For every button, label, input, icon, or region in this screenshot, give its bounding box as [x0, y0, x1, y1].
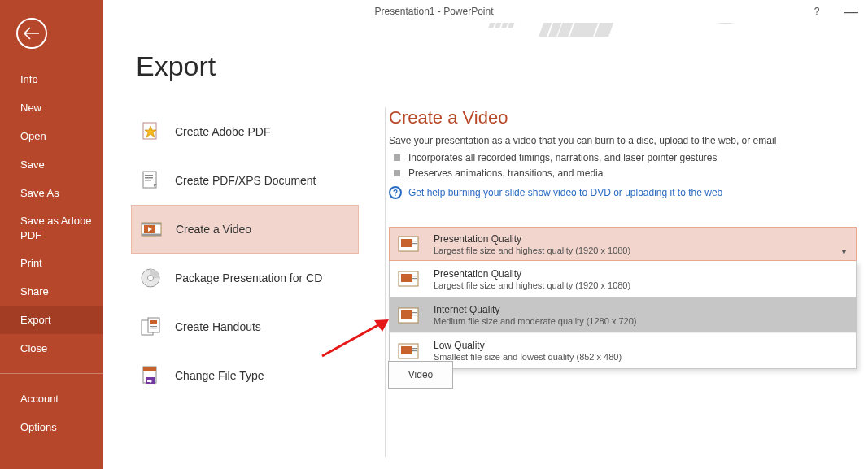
export-option-label: Package Presentation for CD — [175, 271, 322, 284]
export-options-list: Create Adobe PDF Create PDF/XPS Document… — [131, 107, 359, 400]
sidebar-item-label: Options — [20, 421, 57, 433]
detail-bullet: Incorporates all recorded timings, narra… — [394, 151, 860, 163]
quality-icon — [398, 271, 419, 287]
sidebar-item-share[interactable]: Share — [0, 277, 103, 306]
sidebar-item-close[interactable]: Close — [0, 334, 103, 363]
quality-icon — [398, 236, 419, 252]
sidebar-item-export[interactable]: Export — [0, 306, 103, 334]
export-option-label: Create PDF/XPS Document — [175, 174, 316, 187]
option-sublabel: Medium file size and moderate quality (1… — [434, 316, 848, 326]
create-video-button[interactable]: Video — [388, 361, 453, 389]
sidebar-item-open[interactable]: Open — [0, 122, 103, 150]
option-label: Low Quality — [434, 340, 848, 351]
sidebar-item-info[interactable]: Info — [0, 65, 103, 93]
svg-rect-14 — [148, 318, 159, 332]
video-quality-dropdown[interactable]: Presentation Quality Largest file size a… — [389, 227, 857, 369]
bullet-icon — [394, 154, 400, 161]
sidebar-item-label: Save as Adobe PDF — [20, 215, 91, 241]
svg-rect-19 — [143, 367, 156, 371]
sidebar-item-label: Info — [20, 73, 38, 85]
dropdown-label: Presentation Quality — [434, 233, 848, 245]
svg-rect-15 — [150, 320, 157, 324]
sidebar-item-account[interactable]: Account — [0, 384, 103, 413]
detail-description: Save your presentation as a video that y… — [389, 135, 860, 146]
sidebar-item-label: Close — [20, 342, 47, 354]
quality-icon — [398, 343, 419, 359]
page-title: Export — [136, 50, 868, 82]
quality-option-presentation[interactable]: Presentation Quality Largest file size a… — [390, 261, 856, 297]
sidebar-item-save-adobe-pdf[interactable]: Save as Adobe PDF — [0, 207, 103, 249]
option-sublabel: Largest file size and highest quality (1… — [434, 280, 848, 290]
quality-option-low[interactable]: Low Quality Smallest file size and lowes… — [390, 332, 856, 368]
sidebar-divider — [0, 373, 103, 374]
change-file-type-icon — [139, 364, 162, 387]
sidebar-item-label: Share — [20, 285, 49, 297]
chevron-down-icon: ▼ — [840, 248, 848, 256]
svg-rect-23 — [412, 241, 417, 241]
svg-rect-16 — [150, 326, 157, 327]
sidebar-item-label: Save As — [20, 187, 59, 199]
detail-title: Create a Video — [389, 107, 860, 128]
svg-rect-34 — [401, 346, 412, 354]
handouts-icon — [139, 315, 162, 338]
sidebar-item-label: Open — [20, 130, 46, 142]
quality-option-internet[interactable]: Internet Quality Medium file size and mo… — [390, 297, 856, 332]
back-button[interactable] — [16, 18, 47, 49]
quality-dropdown-list: Presentation Quality Largest file size a… — [389, 261, 857, 369]
option-label: Internet Quality — [434, 304, 848, 315]
backstage-sidebar: Info New Open Save Save As Save as Adobe… — [0, 0, 103, 469]
sidebar-item-new[interactable]: New — [0, 93, 103, 122]
bullet-icon — [394, 170, 400, 176]
sidebar-item-label: Save — [20, 159, 45, 171]
adobe-pdf-icon — [139, 120, 162, 143]
export-option-label: Create Adobe PDF — [175, 125, 271, 138]
option-sublabel: Smallest file size and lowest quality (8… — [434, 352, 848, 362]
dropdown-sublabel: Largest file size and highest quality (1… — [434, 245, 848, 255]
svg-rect-17 — [150, 328, 157, 328]
sidebar-item-print[interactable]: Print — [0, 249, 103, 277]
export-option-create-video[interactable]: Create a Video — [131, 205, 359, 254]
svg-rect-35 — [412, 348, 417, 349]
sidebar-item-save-as[interactable]: Save As — [0, 179, 103, 207]
export-option-label: Create a Video — [176, 223, 251, 236]
svg-rect-36 — [412, 350, 417, 351]
svg-rect-24 — [412, 243, 417, 244]
help-info-icon: ? — [389, 186, 402, 199]
button-label: Video — [408, 369, 433, 380]
export-option-label: Create Handouts — [175, 320, 261, 333]
disc-icon — [139, 267, 162, 289]
document-icon — [139, 169, 162, 192]
svg-rect-9 — [142, 223, 161, 225]
svg-rect-5 — [145, 180, 151, 181]
sidebar-item-label: Account — [20, 393, 59, 405]
export-detail-panel: Create a Video Save your presentation as… — [385, 107, 860, 457]
help-link[interactable]: Get help burning your slide show video t… — [408, 187, 722, 198]
export-option-change-file-type[interactable]: Change File Type — [131, 351, 359, 400]
dropdown-selected[interactable]: Presentation Quality Largest file size a… — [389, 227, 857, 261]
svg-rect-10 — [142, 234, 161, 237]
sidebar-item-label: New — [20, 102, 41, 114]
svg-rect-32 — [412, 315, 417, 315]
quality-icon — [398, 307, 419, 324]
arrow-left-icon — [24, 27, 40, 40]
svg-rect-28 — [412, 278, 417, 279]
option-label: Presentation Quality — [434, 268, 848, 280]
video-icon — [140, 218, 163, 241]
svg-rect-30 — [401, 310, 412, 319]
svg-rect-4 — [145, 177, 153, 179]
svg-rect-27 — [412, 276, 417, 276]
export-option-adobe-pdf[interactable]: Create Adobe PDF — [131, 107, 359, 156]
svg-point-12 — [148, 276, 154, 281]
svg-rect-3 — [145, 175, 153, 176]
svg-rect-26 — [401, 274, 412, 282]
sidebar-item-options[interactable]: Options — [0, 413, 103, 441]
svg-rect-22 — [401, 239, 412, 247]
bullet-text: Preserves animations, transitions, and m… — [408, 167, 603, 179]
export-option-pdf-xps[interactable]: Create PDF/XPS Document — [131, 156, 359, 205]
export-option-package-cd[interactable]: Package Presentation for CD — [131, 254, 359, 302]
detail-bullet: Preserves animations, transitions, and m… — [394, 167, 860, 179]
sidebar-item-save[interactable]: Save — [0, 150, 103, 179]
sidebar-item-label: Print — [20, 257, 42, 269]
bullet-text: Incorporates all recorded timings, narra… — [408, 152, 718, 163]
export-option-handouts[interactable]: Create Handouts — [131, 302, 359, 351]
